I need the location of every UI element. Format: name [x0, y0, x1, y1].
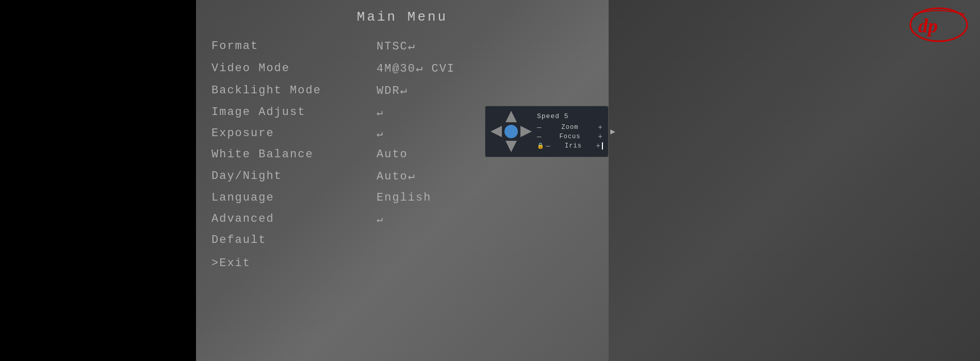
menu-row-backlight-mode[interactable]: Backlight Mode WDR↵	[211, 79, 609, 102]
menu-label-backlight-mode: Backlight Mode	[211, 84, 377, 97]
menu-value-image-adjust: ↵	[377, 106, 384, 119]
brand-logo: dp	[903, 4, 975, 45]
ptz-focus-minus[interactable]: —	[537, 133, 542, 141]
ptz-dpad[interactable]	[491, 111, 532, 152]
svg-text:dp: dp	[918, 15, 938, 37]
menu-row-day-night[interactable]: Day/Night Auto↵	[211, 165, 609, 187]
ptz-expand-arrow[interactable]: ▶	[610, 126, 615, 137]
menu-value-exposure: ↵	[377, 127, 384, 140]
ptz-right-button[interactable]	[520, 126, 532, 137]
ptz-zoom-minus[interactable]: —	[537, 123, 542, 132]
menu-value-advanced: ↵	[377, 212, 384, 225]
cursor-indicator	[602, 142, 603, 150]
menu-value-backlight-mode: WDR↵	[377, 84, 408, 97]
menu-title: Main Menu	[196, 0, 609, 30]
menu-label-advanced: Advanced	[211, 212, 377, 225]
ptz-left-button[interactable]	[491, 126, 502, 137]
ptz-lock-icon: 🔒	[537, 142, 545, 149]
ptz-down-button[interactable]	[505, 141, 517, 152]
ptz-controls-panel: Speed 5 — Zoom + — Focus + 🔒 — Iris +	[537, 112, 603, 151]
left-black-area	[0, 0, 196, 361]
menu-label-language: Language	[211, 191, 377, 204]
menu-label-video-mode: Video Mode	[211, 62, 377, 75]
menu-label-white-balance: White Balance	[211, 148, 377, 161]
menu-row-advanced[interactable]: Advanced ↵	[211, 208, 609, 229]
ptz-speed-label: Speed	[537, 112, 560, 120]
menu-label-exposure: Exposure	[211, 127, 377, 140]
menu-row-language[interactable]: Language English	[211, 187, 609, 208]
menu-label-format: Format	[211, 40, 377, 53]
menu-value-white-balance: Auto	[377, 148, 408, 161]
menu-container: Main Menu Format NTSC↵ Video Mode 4M@30↵…	[196, 0, 609, 361]
menu-value-video-mode: 4M@30↵ CVI	[377, 61, 455, 75]
menu-value-day-night: Auto↵	[377, 169, 416, 183]
exit-label: >Exit	[211, 257, 251, 270]
menu-label-day-night: Day/Night	[211, 170, 377, 183]
menu-label-default: Default	[211, 234, 377, 247]
ptz-zoom-label: Zoom	[544, 124, 596, 131]
ptz-zoom-row[interactable]: — Zoom +	[537, 123, 603, 132]
menu-exit-row[interactable]: >Exit	[196, 253, 609, 274]
ptz-center-button[interactable]	[504, 125, 518, 138]
ptz-zoom-plus[interactable]: +	[598, 123, 603, 132]
right-background	[609, 0, 980, 361]
ptz-focus-plus[interactable]: +	[598, 133, 603, 141]
ptz-control-widget[interactable]: Speed 5 — Zoom + — Focus + 🔒 — Iris + ▶	[485, 106, 609, 157]
ptz-speed-display: Speed 5	[537, 112, 603, 120]
menu-row-format[interactable]: Format NTSC↵	[211, 35, 609, 57]
ptz-focus-label: Focus	[544, 133, 596, 140]
ptz-iris-minus[interactable]: —	[546, 142, 550, 150]
ptz-up-button[interactable]	[505, 111, 517, 122]
ptz-iris-row[interactable]: 🔒 — Iris +	[537, 142, 603, 150]
menu-value-format: NTSC↵	[377, 39, 416, 53]
menu-row-video-mode[interactable]: Video Mode 4M@30↵ CVI	[211, 57, 609, 79]
menu-label-image-adjust: Image Adjust	[211, 106, 377, 119]
menu-value-language: English	[377, 191, 431, 204]
ptz-focus-row[interactable]: — Focus +	[537, 133, 603, 141]
ptz-iris-label: Iris	[552, 142, 594, 150]
ptz-iris-plus[interactable]: +	[596, 142, 601, 150]
ptz-speed-value: 5	[564, 112, 569, 120]
menu-row-default[interactable]: Default	[211, 229, 609, 251]
